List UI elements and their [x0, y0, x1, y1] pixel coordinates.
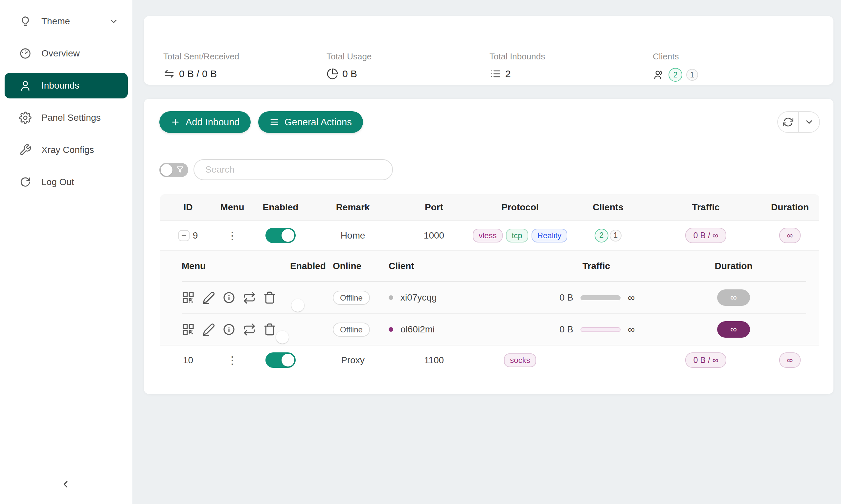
inbound-id: 10	[183, 355, 193, 365]
sidebar-item-label: Overview	[41, 48, 119, 59]
client-row-ol60i2mi: Offline ol60i2mi 0 B ∞ ∞	[182, 313, 806, 345]
add-inbound-button[interactable]: Add Inbound	[159, 111, 251, 133]
protocol-tag-socks: socks	[504, 354, 536, 367]
online-status-badge: Offline	[333, 291, 370, 305]
subcol-header-duration: Duration	[684, 261, 783, 271]
inbounds-table: ID Menu Enabled Remark Port Protocol Cli…	[160, 194, 819, 375]
plus-icon	[171, 117, 181, 127]
traffic-pill[interactable]: 0 B / ∞	[685, 228, 726, 243]
sidebar-item-panel-settings[interactable]: Panel Settings	[5, 105, 128, 131]
info-icon[interactable]	[222, 291, 236, 304]
subcol-header-online: Online	[333, 261, 389, 271]
sidebar-item-logout[interactable]: Log Out	[5, 169, 128, 195]
list-icon	[490, 68, 501, 80]
info-icon[interactable]	[222, 323, 236, 336]
swap-arrows-icon	[163, 68, 175, 80]
sidebar-item-overview[interactable]: Overview	[5, 41, 128, 66]
inbound-id: 9	[193, 230, 198, 241]
stat-label: Total Usage	[327, 52, 372, 62]
inbound-remark: Home	[313, 230, 393, 241]
client-name: ol60i2mi	[400, 324, 435, 335]
qr-code-icon[interactable]	[182, 323, 195, 336]
traffic-progress-bar	[581, 295, 621, 300]
clients-online-badge: 2	[669, 68, 682, 82]
sidebar-item-label: Theme	[41, 16, 99, 26]
refresh-button-group	[777, 111, 820, 133]
protocol-tag-reality: Reality	[532, 229, 567, 242]
stats-card: Total Sent/Received 0 B / 0 B Total Usag…	[144, 16, 834, 85]
col-header-duration: Duration	[760, 202, 819, 213]
toggle-knob	[276, 331, 289, 344]
edit-icon[interactable]	[202, 323, 215, 336]
refresh-icon	[783, 117, 793, 127]
online-status-badge: Offline	[333, 323, 370, 337]
sidebar-item-label: Xray Configs	[41, 145, 119, 155]
protocol-tag-tcp: tcp	[506, 229, 528, 242]
chevron-down-icon	[109, 16, 119, 26]
stat-value: 0 B / 0 B	[179, 68, 217, 79]
clients-total-badge: 1	[686, 69, 698, 81]
duration-pill[interactable]: ∞	[779, 228, 801, 243]
filter-toggle[interactable]	[159, 163, 188, 177]
inbound-enabled-toggle[interactable]	[265, 228, 296, 243]
toggle-knob	[281, 354, 294, 366]
col-header-clients: Clients	[565, 202, 651, 213]
collapse-row-button[interactable]: −	[178, 230, 190, 241]
client-duration-pill[interactable]: ∞	[717, 321, 750, 338]
traffic-pill[interactable]: 0 B / ∞	[685, 353, 726, 368]
sidebar-collapse-button[interactable]	[56, 474, 76, 494]
subcol-header-enabled: Enabled	[290, 261, 333, 271]
gear-icon	[19, 111, 32, 124]
refresh-options-button[interactable]	[798, 112, 819, 132]
client-traffic-value: 0 B	[560, 292, 573, 303]
col-header-enabled: Enabled	[248, 202, 313, 213]
stat-label: Total Inbounds	[490, 52, 545, 62]
qr-code-icon[interactable]	[182, 291, 195, 304]
client-status-dot	[389, 295, 393, 300]
trash-icon[interactable]	[263, 323, 276, 336]
stat-label: Clients	[653, 52, 679, 62]
sidebar-item-label: Log Out	[41, 177, 119, 187]
inbound-remark: Proxy	[313, 355, 393, 365]
col-header-traffic: Traffic	[651, 202, 760, 213]
col-header-remark: Remark	[313, 202, 393, 213]
users-icon	[653, 69, 665, 81]
reset-traffic-icon[interactable]	[243, 323, 256, 336]
row-menu-button[interactable]: ⋮	[227, 230, 238, 241]
refresh-button[interactable]	[778, 112, 798, 132]
inbound-row-10: 10 ⋮ Proxy 1100 socks 0 B / ∞ ∞	[160, 345, 819, 375]
inbound-enabled-toggle[interactable]	[265, 353, 296, 368]
wrench-icon	[19, 144, 32, 156]
col-header-menu: Menu	[216, 202, 248, 213]
trash-icon[interactable]	[263, 291, 276, 304]
logout-icon	[19, 176, 32, 188]
client-status-dot	[389, 327, 393, 332]
sidebar-item-theme[interactable]: Theme	[5, 8, 128, 34]
edit-icon[interactable]	[202, 291, 215, 304]
sidebar-item-xray-configs[interactable]: Xray Configs	[5, 137, 128, 163]
subcol-header-menu: Menu	[182, 261, 290, 271]
general-actions-button[interactable]: General Actions	[258, 111, 363, 133]
sidebar-item-label: Panel Settings	[41, 112, 119, 123]
client-name: xi07ycqg	[400, 292, 437, 303]
clients-online-badge: 2	[595, 229, 608, 242]
stat-label: Total Sent/Received	[163, 52, 239, 62]
sidebar-item-label: Inbounds	[41, 80, 119, 91]
hamburger-icon	[269, 117, 279, 127]
row-menu-button[interactable]: ⋮	[227, 355, 238, 365]
chevron-down-icon	[804, 117, 814, 127]
stat-value: 0 B	[342, 68, 357, 79]
inbound-port: 1000	[393, 230, 475, 241]
client-traffic-value: 0 B	[560, 324, 573, 335]
sidebar-item-inbounds[interactable]: Inbounds	[5, 73, 128, 98]
person-icon	[19, 79, 32, 92]
reset-traffic-icon[interactable]	[243, 291, 256, 304]
toggle-knob	[161, 164, 172, 176]
search-input[interactable]	[193, 159, 393, 180]
inbound-port: 1100	[393, 355, 475, 365]
client-duration-pill[interactable]: ∞	[717, 289, 750, 306]
chevron-left-icon	[61, 479, 72, 490]
duration-pill[interactable]: ∞	[779, 353, 801, 368]
lightbulb-icon	[19, 15, 32, 28]
col-header-id: ID	[160, 202, 216, 213]
